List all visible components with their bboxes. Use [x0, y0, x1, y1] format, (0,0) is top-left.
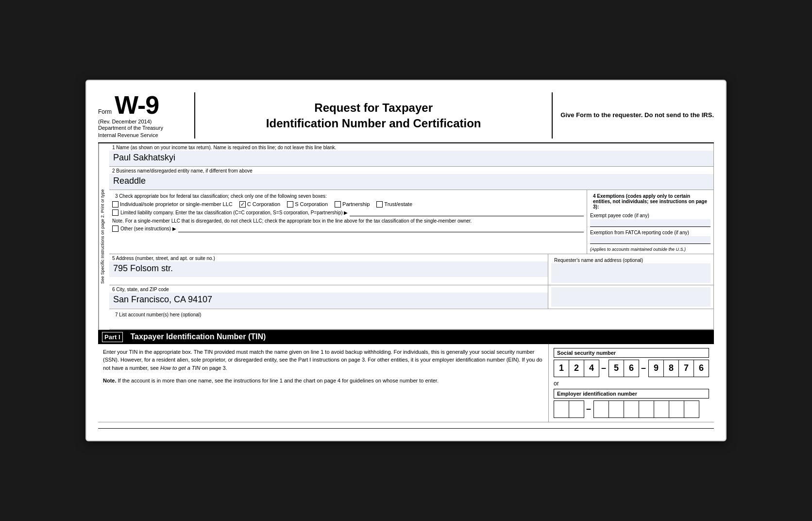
part1-body: Enter your TIN in the appropriate box. T…	[98, 344, 714, 422]
ssn-dash-1: –	[599, 363, 609, 373]
checkbox-ccorp-label: C Corporation	[247, 201, 280, 207]
exempt-payee-input[interactable]	[590, 219, 710, 227]
llc-input-line[interactable]	[350, 209, 584, 216]
requester-input2[interactable]	[551, 287, 710, 307]
checkbox-ccorp[interactable]: ✓ C Corporation	[239, 201, 280, 208]
field5-value[interactable]: 795 Folsom str.	[109, 261, 548, 277]
checkbox-trust-label: Trust/estate	[384, 201, 412, 207]
field3-4-row: 3 Check appropriate box for federal tax …	[109, 190, 713, 254]
fatca-note: (Applies to accounts maintained outside …	[590, 247, 710, 252]
field7-input[interactable]	[112, 318, 710, 328]
checkbox-partnership-label: Partnership	[342, 201, 370, 207]
ssn-box-6[interactable]: 9	[648, 360, 664, 377]
llc-row: Limited liability company. Enter the tax…	[112, 209, 584, 216]
checkbox-trust-box[interactable]	[376, 201, 383, 208]
fatca-input[interactable]	[590, 236, 710, 244]
form-label: Form	[98, 108, 112, 115]
bottom-line	[98, 428, 714, 429]
checkbox-partnership-box[interactable]	[335, 201, 341, 208]
ssn-box-7[interactable]: 8	[663, 360, 679, 377]
field3-left: 3 Check appropriate box for federal tax …	[109, 190, 587, 254]
checkbox-other-box[interactable]	[112, 226, 118, 232]
ein-box-3[interactable]	[593, 400, 609, 418]
form-main: See Specific Instructions on page 2. Pri…	[99, 143, 713, 330]
checkbox-individual-box[interactable]	[112, 201, 118, 208]
field1-value[interactable]: Paul Sakhatskyi	[109, 151, 713, 166]
ein-box-9[interactable]	[684, 400, 699, 418]
exempt-payee-label: Exempt payee code (if any)	[590, 213, 710, 218]
checkbox-partnership[interactable]: Partnership	[335, 201, 370, 208]
field2-value[interactable]: Readdle	[109, 174, 713, 190]
form-dept1: Department of the Treasury	[98, 124, 186, 131]
ein-box-1[interactable]	[554, 400, 569, 418]
form-rev: (Rev. December 2014)	[98, 119, 186, 124]
field6-label: 6 City, state, and ZIP code	[109, 285, 548, 293]
form-body: See Specific Instructions on page 2. Pri…	[98, 143, 714, 330]
ein-label: Employer identification number	[554, 389, 709, 399]
ein-box-2[interactable]	[569, 400, 584, 418]
ssn-box-2[interactable]: 2	[569, 360, 584, 377]
field6-row: 6 City, state, and ZIP code San Francisc…	[109, 285, 713, 309]
field1-row: 1 Name (as shown on your income tax retu…	[109, 143, 713, 167]
requester-input[interactable]	[551, 263, 710, 283]
ein-box-5[interactable]	[624, 400, 639, 418]
ein-boxes: –	[554, 400, 709, 418]
ssn-box-9[interactable]: 6	[694, 360, 709, 377]
checkbox-scorp-box[interactable]	[287, 201, 293, 208]
header-right: Give Form to the requester. Do not send …	[552, 92, 714, 139]
requester-right2	[548, 285, 713, 309]
field5-row: 5 Address (number, street, and apt. or s…	[109, 254, 713, 285]
field5-label: 5 Address (number, street, and apt. or s…	[109, 254, 548, 261]
field7-label: 7 List account number(s) here (optional)	[112, 311, 710, 318]
field7-row: 7 List account number(s) here (optional)	[109, 309, 713, 330]
field1-label: 1 Name (as shown on your income tax retu…	[109, 143, 713, 151]
checkbox-ccorp-box[interactable]: ✓	[239, 201, 246, 208]
form-dept2: Internal Revenue Service	[98, 132, 186, 139]
ssn-box-8[interactable]: 7	[678, 360, 694, 377]
field3-label: 3 Check appropriate box for federal tax …	[112, 192, 584, 199]
field4-right: 4 Exemptions (codes apply only to certai…	[587, 190, 713, 254]
ein-box-6[interactable]	[639, 400, 654, 418]
part1-header: Part I Taxpayer Identification Number (T…	[98, 330, 714, 344]
field5-left: 5 Address (number, street, and apt. or s…	[109, 254, 548, 285]
form-number: W-9	[115, 92, 159, 118]
field4-label: 4 Exemptions (codes apply only to certai…	[590, 192, 710, 210]
header-left: Form W-9 (Rev. December 2014) Department…	[98, 92, 195, 139]
part1-label: Part I	[102, 332, 123, 342]
field2-label: 2 Business name/disregarded entity name,…	[109, 167, 713, 174]
form-fields: 1 Name (as shown on your income tax retu…	[109, 143, 713, 330]
ssn-dash-2: –	[639, 363, 648, 373]
field2-row: 2 Business name/disregarded entity name,…	[109, 167, 713, 190]
checkbox-trust[interactable]: Trust/estate	[376, 201, 412, 208]
part1-title: Taxpayer Identification Number (TIN)	[131, 332, 266, 341]
checkboxes-row: Individual/sole proprietor or single-mem…	[112, 201, 584, 208]
field6-value[interactable]: San Francisco, CA 94107	[109, 293, 548, 308]
part1-desc-text: Enter your TIN in the appropriate box. T…	[103, 348, 543, 372]
requester-label: Requester's name and address (optional)	[551, 256, 710, 263]
ssn-box-1[interactable]: 1	[554, 360, 569, 377]
ssn-label: Social security number	[554, 348, 709, 358]
ein-box-7[interactable]	[654, 400, 669, 418]
checkbox-llc-box[interactable]	[112, 209, 118, 216]
checkbox-scorp[interactable]: S Corporation	[287, 201, 328, 208]
form-title: Request for Taxpayer Identification Numb…	[266, 100, 481, 130]
checkbox-individual[interactable]: Individual/sole proprietor or single-mem…	[112, 201, 233, 208]
ssn-box-3[interactable]: 4	[584, 360, 599, 377]
ein-dash: –	[584, 404, 593, 414]
ssn-box-4[interactable]: 5	[609, 360, 624, 377]
part1-note-text: Note. If the account is in more than one…	[103, 377, 543, 385]
field6-left: 6 City, state, and ZIP code San Francisc…	[109, 285, 548, 309]
ein-box-4[interactable]	[609, 400, 624, 418]
requester-right: Requester's name and address (optional)	[548, 254, 713, 285]
part1-description: Enter your TIN in the appropriate box. T…	[98, 344, 549, 422]
side-label: See Specific Instructions on page 2. Pri…	[99, 143, 109, 330]
other-input-line[interactable]	[178, 226, 584, 232]
form-header: Form W-9 (Rev. December 2014) Department…	[98, 92, 714, 143]
other-label: Other (see instructions) ▶	[120, 226, 176, 231]
ein-box-8[interactable]	[669, 400, 684, 418]
ssn-box-5[interactable]: 6	[624, 360, 639, 377]
header-center: Request for Taxpayer Identification Numb…	[195, 92, 552, 139]
or-text: or	[554, 380, 709, 387]
other-row: Other (see instructions) ▶	[112, 226, 584, 232]
ssn-boxes: 1 2 4 – 5 6 – 9 8 7 6	[554, 360, 709, 377]
